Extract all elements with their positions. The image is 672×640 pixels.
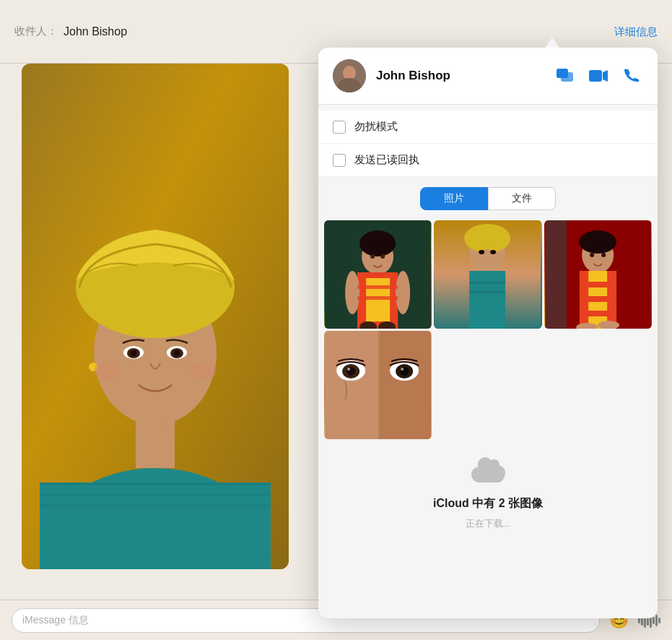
svg-point-14 — [94, 362, 120, 379]
svg-rect-40 — [357, 296, 398, 300]
contact-avatar — [333, 59, 366, 92]
svg-point-32 — [345, 271, 359, 314]
svg-point-60 — [579, 230, 616, 254]
svg-point-38 — [380, 254, 385, 259]
svg-point-70 — [347, 368, 350, 371]
message-icon[interactable] — [554, 64, 577, 87]
recipient-label: 收件人： — [14, 25, 58, 38]
send-read-receipt-label: 发送已读回执 — [354, 153, 419, 167]
background-photo — [22, 64, 289, 569]
svg-point-36 — [359, 230, 396, 256]
photo-grid — [318, 217, 658, 442]
do-not-disturb-checkbox[interactable] — [333, 121, 346, 134]
panel-actions — [554, 64, 643, 87]
svg-point-37 — [370, 254, 375, 259]
detail-panel: John Bishop — [318, 48, 658, 618]
svg-rect-63 — [545, 220, 567, 329]
icloud-icon — [469, 457, 507, 490]
svg-point-47 — [490, 250, 496, 254]
icloud-title: iCloud 中有 2 张图像 — [433, 496, 543, 511]
svg-point-44 — [464, 224, 510, 253]
segmented-control: 照片 文件 — [318, 177, 658, 217]
recipient-name: John Bishop — [64, 25, 127, 38]
send-read-receipt-checkbox[interactable] — [333, 154, 346, 167]
photo-thumbnail-4[interactable] — [324, 331, 432, 439]
svg-point-62 — [601, 253, 606, 257]
svg-rect-48 — [469, 282, 505, 284]
panel-options: 勿扰模式 发送已读回执 — [318, 111, 658, 177]
svg-point-74 — [401, 368, 403, 371]
svg-rect-75 — [376, 331, 380, 439]
phone-icon[interactable] — [620, 64, 643, 87]
svg-rect-24 — [589, 70, 602, 82]
message-placeholder: iMessage 信息 — [22, 614, 89, 627]
do-not-disturb-row: 勿扰模式 — [318, 111, 658, 144]
svg-rect-56 — [580, 296, 616, 302]
svg-rect-17 — [40, 493, 271, 496]
send-read-receipt-row: 发送已读回执 — [318, 144, 658, 177]
contact-name-label: John Bishop — [376, 69, 544, 83]
svg-point-13 — [174, 350, 180, 356]
svg-rect-65 — [325, 331, 378, 439]
photos-tab[interactable]: 照片 — [420, 187, 488, 210]
svg-rect-16 — [40, 483, 271, 485]
photo-thumbnail-2[interactable] — [434, 220, 541, 329]
panel-header: John Bishop — [318, 48, 658, 105]
icloud-subtitle: 正在下载... — [466, 517, 511, 530]
svg-rect-18 — [40, 504, 271, 507]
svg-marker-25 — [603, 70, 608, 82]
files-tab[interactable]: 文件 — [488, 187, 556, 210]
svg-point-46 — [479, 250, 484, 254]
svg-rect-66 — [378, 331, 431, 439]
svg-rect-49 — [469, 291, 505, 293]
photo-thumbnail-3[interactable] — [544, 220, 652, 329]
svg-rect-39 — [357, 285, 398, 289]
detail-link[interactable]: 详细信息 — [614, 25, 658, 38]
icloud-section: iCloud 中有 2 张图像 正在下载... — [318, 442, 658, 545]
svg-rect-23 — [561, 72, 573, 82]
svg-point-15 — [191, 362, 217, 379]
facetime-video-icon[interactable] — [587, 64, 610, 87]
svg-point-61 — [590, 253, 594, 257]
svg-point-12 — [131, 350, 136, 356]
do-not-disturb-label: 勿扰模式 — [354, 120, 398, 134]
photo-thumbnail-1[interactable] — [324, 220, 432, 329]
svg-point-33 — [396, 271, 410, 314]
svg-rect-43 — [469, 271, 505, 329]
svg-rect-55 — [580, 282, 616, 287]
svg-rect-57 — [580, 311, 616, 316]
